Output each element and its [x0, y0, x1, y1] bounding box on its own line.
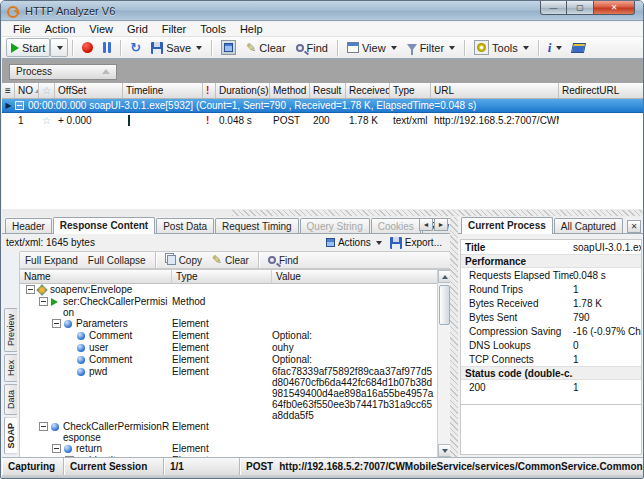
tree-row-envelope[interactable]: soapenv:Envelope [20, 284, 437, 296]
help-book-button[interactable] [567, 38, 590, 57]
tree-clear-button[interactable]: ✎Clear [207, 252, 254, 268]
filter-menu-button[interactable]: Filter [402, 38, 460, 57]
collapse-icon[interactable] [52, 319, 61, 328]
tab-scroll-right-icon[interactable]: ► [434, 218, 448, 231]
collapse-icon[interactable] [52, 444, 61, 453]
menu-grid[interactable]: Grid [120, 23, 155, 35]
tree-row-return[interactable]: return Element [20, 443, 437, 455]
row-star-icon[interactable]: ☆ [42, 115, 51, 126]
column-result[interactable]: Result [310, 83, 346, 98]
tree-row-comment1[interactable]: Comment ElementOptional: [20, 330, 437, 342]
stat-section-performance: Performance [461, 254, 641, 268]
tree-scrollbar[interactable] [437, 270, 450, 457]
element-icon [77, 344, 85, 352]
stat-section-status-code: Status code (double-c... [461, 366, 641, 380]
tab-data[interactable]: Data [4, 384, 17, 415]
minimize-button[interactable]: — [540, 1, 567, 15]
vertical-splitter[interactable] [450, 217, 458, 457]
window-resize-edge[interactable] [2, 475, 644, 479]
view-menu-button[interactable]: View [342, 38, 402, 57]
horizontal-splitter[interactable] [2, 209, 644, 217]
cell-url: http://192.168.5.2:7007/CWMobil... [431, 115, 559, 126]
tree-row-parameters[interactable]: Parameters Element [20, 318, 437, 330]
column-no[interactable]: NO [15, 83, 39, 98]
close-button[interactable]: ✕ [593, 1, 635, 15]
column-method[interactable]: Method [270, 83, 310, 98]
pause-button[interactable] [98, 38, 116, 57]
tree-column-type[interactable]: Type [172, 270, 272, 283]
column-offset[interactable]: OffSet [55, 83, 123, 98]
column-duration[interactable]: Duration(s) [216, 83, 270, 98]
process-filter-button[interactable]: ↻ [125, 38, 146, 57]
column-type[interactable]: Type [390, 83, 431, 98]
column-favorite[interactable]: ☆ [39, 83, 55, 98]
save-button[interactable]: Save [146, 38, 207, 57]
group-by-process[interactable]: Process [9, 64, 117, 80]
tree-column-name[interactable]: Name [20, 270, 172, 283]
tab-all-captured[interactable]: All Captured [554, 218, 623, 233]
tab-post-data[interactable]: Post Data [156, 218, 214, 233]
tree-find-button[interactable]: Find [263, 252, 303, 268]
tab-request-timing[interactable]: Request Timing [215, 218, 298, 233]
tree-row-method[interactable]: ser:CheckCallerPermision Method [20, 296, 437, 318]
menu-help[interactable]: Help [233, 23, 270, 35]
cell-type: text/xml [390, 115, 431, 126]
scrollbar-thumb[interactable] [439, 285, 450, 325]
menu-action[interactable]: Action [38, 23, 83, 35]
actions-button[interactable]: Actions [322, 236, 386, 249]
summary-toggle-button[interactable] [216, 38, 241, 57]
tab-current-process[interactable]: Current Process [461, 217, 553, 234]
full-collapse-button[interactable]: Full Collapse [83, 252, 151, 268]
tree-row-comment2[interactable]: Comment ElementOptional: [20, 354, 437, 366]
menu-filter[interactable]: Filter [155, 23, 193, 35]
copy-button[interactable]: Copy [160, 252, 207, 268]
tree-row-response[interactable]: CheckCallerPermisionResponse Element [20, 421, 437, 443]
start-button[interactable]: Start [6, 38, 50, 57]
cell-offset: + 0.000 [55, 115, 123, 126]
menu-view[interactable]: View [82, 23, 120, 35]
process-group-row[interactable]: ▶ 00:00:00.000 soapUI-3.0.1.exe[5932] (C… [2, 99, 644, 113]
tab-hex[interactable]: Hex [4, 354, 17, 382]
column-redirecturl[interactable]: RedirectURL [559, 83, 644, 98]
tree-column-value[interactable]: Value [272, 270, 450, 283]
status-session: Current Session [64, 458, 164, 475]
tab-scroll-left-icon[interactable]: ◄ [419, 218, 433, 231]
cell-method: POST [270, 115, 310, 126]
menu-tools[interactable]: Tools [193, 23, 233, 35]
clear-brush-icon: ✎ [212, 254, 222, 266]
tree-row-pwd[interactable]: pwd Element6fac78339af75892f89caa37af977… [20, 366, 437, 421]
record-button[interactable] [77, 38, 98, 57]
start-dropdown[interactable] [50, 38, 68, 57]
column-url[interactable]: URL [431, 83, 559, 98]
panel-close-icon[interactable]: ✕ [627, 220, 641, 233]
info-button[interactable]: i [543, 38, 568, 57]
tools-menu-button[interactable]: Tools [469, 38, 534, 57]
collapse-group-icon[interactable] [15, 101, 24, 110]
status-url: http://192.168.5.2:7007/CWMobileService/… [279, 461, 644, 472]
play-icon [11, 43, 19, 53]
maximize-button[interactable]: ▢ [567, 1, 593, 15]
tab-soap[interactable]: SOAP [4, 417, 17, 455]
find-button[interactable]: Find [291, 38, 333, 57]
tab-response-content[interactable]: Response Content [53, 217, 155, 234]
column-received[interactable]: Received [346, 83, 390, 98]
tree-row-user[interactable]: user Elementouhy [20, 342, 437, 354]
status-bar: Capturing Current Session 1/1 POST http:… [2, 457, 644, 475]
collapse-icon[interactable] [26, 285, 35, 294]
export-button[interactable]: Export... [386, 236, 446, 250]
clear-button[interactable]: ✎ Clear [241, 38, 290, 57]
menu-file[interactable]: File [6, 23, 38, 35]
warning-icon: ! [206, 115, 209, 126]
column-exclaim[interactable]: ! [203, 83, 216, 98]
column-expander[interactable]: ≡ [2, 83, 15, 98]
full-expand-button[interactable]: Full Expand [20, 252, 83, 268]
collapse-icon[interactable] [39, 422, 48, 431]
tab-header[interactable]: Header [5, 218, 52, 233]
save-dropdown-icon[interactable] [196, 46, 202, 50]
request-row[interactable]: 1 ☆ + 0.000 ! 0.048 s POST 200 1.78 K te… [2, 113, 644, 128]
column-timeline[interactable]: Timeline [123, 83, 203, 98]
collapse-icon[interactable] [39, 297, 48, 306]
info-icon: i [548, 42, 552, 54]
tab-preview[interactable]: Preview [4, 308, 17, 352]
content-type-info: text/xml: 1645 bytes [6, 237, 95, 248]
